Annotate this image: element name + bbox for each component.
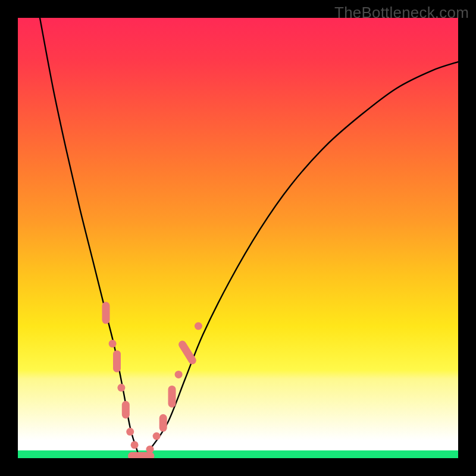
curve-marker (177, 339, 198, 366)
bottleneck-curve (40, 18, 458, 458)
curve-layer (40, 18, 458, 458)
curve-marker (175, 371, 183, 378)
curve-marker (102, 302, 110, 324)
curve-marker (168, 386, 176, 408)
curve-marker (195, 322, 202, 330)
curve-marker (109, 340, 117, 347)
curve-marker (113, 350, 121, 372)
curve-marker (159, 414, 167, 432)
curve-marker (153, 433, 161, 440)
curve-marker (126, 428, 134, 436)
bottleneck-curve-svg (18, 18, 458, 458)
curve-marker (131, 441, 139, 449)
curve-marker (146, 446, 154, 453)
curve-marker (122, 401, 130, 419)
curve-marker (117, 384, 125, 392)
marker-layer (102, 302, 202, 458)
chart-frame (18, 18, 458, 458)
